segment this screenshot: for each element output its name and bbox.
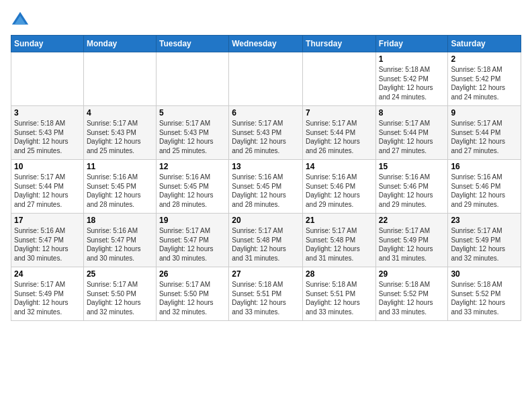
day-number: 23 (451, 216, 518, 225)
day-cell: 25Sunrise: 5:17 AM Sunset: 5:50 PM Dayli… (83, 267, 156, 321)
day-info: Sunrise: 5:17 AM Sunset: 5:48 PM Dayligh… (306, 226, 373, 263)
day-cell (83, 52, 156, 106)
day-info: Sunrise: 5:18 AM Sunset: 5:52 PM Dayligh… (451, 280, 518, 316)
day-info: Sunrise: 5:16 AM Sunset: 5:46 PM Dayligh… (306, 173, 373, 209)
day-info: Sunrise: 5:16 AM Sunset: 5:47 PM Dayligh… (14, 226, 81, 263)
day-number: 27 (232, 269, 300, 279)
day-number: 26 (159, 269, 226, 279)
day-cell (229, 52, 303, 106)
weekday-friday: Friday (375, 36, 448, 52)
weekday-saturday: Saturday (448, 36, 521, 52)
day-number: 28 (306, 269, 373, 279)
day-number: 25 (87, 269, 153, 279)
weekday-header-row: SundayMondayTuesdayWednesdayThursdayFrid… (11, 36, 521, 52)
day-info: Sunrise: 5:16 AM Sunset: 5:46 PM Dayligh… (451, 173, 518, 209)
day-cell: 22Sunrise: 5:17 AM Sunset: 5:49 PM Dayli… (375, 214, 448, 267)
day-number: 24 (14, 269, 81, 279)
logo (11, 11, 32, 30)
day-info: Sunrise: 5:17 AM Sunset: 5:49 PM Dayligh… (14, 280, 81, 316)
weekday-monday: Monday (83, 36, 156, 52)
day-cell: 2Sunrise: 5:18 AM Sunset: 5:42 PM Daylig… (448, 52, 521, 106)
day-number: 18 (87, 216, 153, 225)
day-info: Sunrise: 5:17 AM Sunset: 5:44 PM Dayligh… (306, 119, 373, 155)
day-info: Sunrise: 5:18 AM Sunset: 5:52 PM Dayligh… (379, 280, 445, 316)
day-info: Sunrise: 5:17 AM Sunset: 5:48 PM Dayligh… (232, 226, 300, 263)
day-info: Sunrise: 5:17 AM Sunset: 5:43 PM Dayligh… (232, 119, 300, 155)
day-info: Sunrise: 5:17 AM Sunset: 5:47 PM Dayligh… (159, 226, 226, 263)
day-info: Sunrise: 5:16 AM Sunset: 5:45 PM Dayligh… (159, 173, 226, 209)
day-info: Sunrise: 5:18 AM Sunset: 5:42 PM Dayligh… (379, 65, 445, 101)
day-number: 12 (159, 162, 226, 171)
day-number: 17 (14, 216, 81, 225)
day-info: Sunrise: 5:16 AM Sunset: 5:46 PM Dayligh… (379, 173, 445, 209)
day-number: 4 (87, 108, 153, 118)
day-number: 30 (451, 269, 518, 279)
day-number: 10 (14, 162, 81, 171)
day-cell: 21Sunrise: 5:17 AM Sunset: 5:48 PM Dayli… (303, 214, 376, 267)
week-row-4: 17Sunrise: 5:16 AM Sunset: 5:47 PM Dayli… (11, 214, 521, 267)
weekday-thursday: Thursday (303, 36, 376, 52)
day-info: Sunrise: 5:16 AM Sunset: 5:45 PM Dayligh… (87, 173, 153, 209)
day-info: Sunrise: 5:17 AM Sunset: 5:43 PM Dayligh… (87, 119, 153, 155)
day-info: Sunrise: 5:17 AM Sunset: 5:44 PM Dayligh… (451, 119, 518, 155)
day-cell: 14Sunrise: 5:16 AM Sunset: 5:46 PM Dayli… (303, 160, 376, 214)
day-cell: 18Sunrise: 5:16 AM Sunset: 5:47 PM Dayli… (83, 214, 156, 267)
day-number: 15 (379, 162, 445, 171)
day-number: 22 (379, 216, 445, 225)
day-cell: 3Sunrise: 5:18 AM Sunset: 5:43 PM Daylig… (11, 106, 84, 160)
day-number: 11 (87, 162, 153, 171)
day-cell: 30Sunrise: 5:18 AM Sunset: 5:52 PM Dayli… (448, 267, 521, 321)
day-cell: 4Sunrise: 5:17 AM Sunset: 5:43 PM Daylig… (83, 106, 156, 160)
day-number: 13 (232, 162, 300, 171)
day-info: Sunrise: 5:17 AM Sunset: 5:44 PM Dayligh… (379, 119, 445, 155)
day-number: 9 (451, 108, 518, 118)
day-cell: 28Sunrise: 5:18 AM Sunset: 5:51 PM Dayli… (303, 267, 376, 321)
day-cell: 7Sunrise: 5:17 AM Sunset: 5:44 PM Daylig… (303, 106, 376, 160)
day-info: Sunrise: 5:17 AM Sunset: 5:43 PM Dayligh… (159, 119, 226, 155)
day-cell: 19Sunrise: 5:17 AM Sunset: 5:47 PM Dayli… (156, 214, 228, 267)
day-cell: 20Sunrise: 5:17 AM Sunset: 5:48 PM Dayli… (229, 214, 303, 267)
day-cell: 13Sunrise: 5:16 AM Sunset: 5:45 PM Dayli… (229, 160, 303, 214)
day-cell: 11Sunrise: 5:16 AM Sunset: 5:45 PM Dayli… (83, 160, 156, 214)
day-number: 8 (379, 108, 445, 118)
day-info: Sunrise: 5:17 AM Sunset: 5:50 PM Dayligh… (87, 280, 153, 316)
day-cell: 9Sunrise: 5:17 AM Sunset: 5:44 PM Daylig… (448, 106, 521, 160)
week-row-3: 10Sunrise: 5:17 AM Sunset: 5:44 PM Dayli… (11, 160, 521, 214)
day-number: 16 (451, 162, 518, 171)
day-number: 5 (159, 108, 226, 118)
day-info: Sunrise: 5:17 AM Sunset: 5:44 PM Dayligh… (14, 173, 81, 209)
day-cell: 6Sunrise: 5:17 AM Sunset: 5:43 PM Daylig… (229, 106, 303, 160)
header (11, 11, 521, 30)
day-info: Sunrise: 5:18 AM Sunset: 5:42 PM Dayligh… (451, 65, 518, 101)
day-cell (156, 52, 228, 106)
day-cell: 29Sunrise: 5:18 AM Sunset: 5:52 PM Dayli… (375, 267, 448, 321)
day-info: Sunrise: 5:18 AM Sunset: 5:51 PM Dayligh… (232, 280, 300, 316)
day-cell: 16Sunrise: 5:16 AM Sunset: 5:46 PM Dayli… (448, 160, 521, 214)
day-info: Sunrise: 5:17 AM Sunset: 5:49 PM Dayligh… (379, 226, 445, 263)
day-cell: 8Sunrise: 5:17 AM Sunset: 5:44 PM Daylig… (375, 106, 448, 160)
day-info: Sunrise: 5:16 AM Sunset: 5:45 PM Dayligh… (232, 173, 300, 209)
day-info: Sunrise: 5:17 AM Sunset: 5:50 PM Dayligh… (159, 280, 226, 316)
day-info: Sunrise: 5:17 AM Sunset: 5:49 PM Dayligh… (451, 226, 518, 263)
week-row-2: 3Sunrise: 5:18 AM Sunset: 5:43 PM Daylig… (11, 106, 521, 160)
day-info: Sunrise: 5:16 AM Sunset: 5:47 PM Dayligh… (87, 226, 153, 263)
day-number: 29 (379, 269, 445, 279)
calendar: SundayMondayTuesdayWednesdayThursdayFrid… (11, 35, 521, 321)
day-number: 20 (232, 216, 300, 225)
day-number: 2 (451, 54, 518, 64)
day-cell: 26Sunrise: 5:17 AM Sunset: 5:50 PM Dayli… (156, 267, 228, 321)
day-number: 21 (306, 216, 373, 225)
day-number: 3 (14, 108, 81, 118)
day-cell: 27Sunrise: 5:18 AM Sunset: 5:51 PM Dayli… (229, 267, 303, 321)
day-cell: 5Sunrise: 5:17 AM Sunset: 5:43 PM Daylig… (156, 106, 228, 160)
day-cell: 10Sunrise: 5:17 AM Sunset: 5:44 PM Dayli… (11, 160, 84, 214)
day-number: 7 (306, 108, 373, 118)
weekday-sunday: Sunday (11, 36, 84, 52)
day-info: Sunrise: 5:18 AM Sunset: 5:43 PM Dayligh… (14, 119, 81, 155)
week-row-5: 24Sunrise: 5:17 AM Sunset: 5:49 PM Dayli… (11, 267, 521, 321)
day-cell (303, 52, 376, 106)
day-cell: 17Sunrise: 5:16 AM Sunset: 5:47 PM Dayli… (11, 214, 84, 267)
day-info: Sunrise: 5:18 AM Sunset: 5:51 PM Dayligh… (306, 280, 373, 316)
day-number: 1 (379, 54, 445, 64)
day-number: 6 (232, 108, 300, 118)
